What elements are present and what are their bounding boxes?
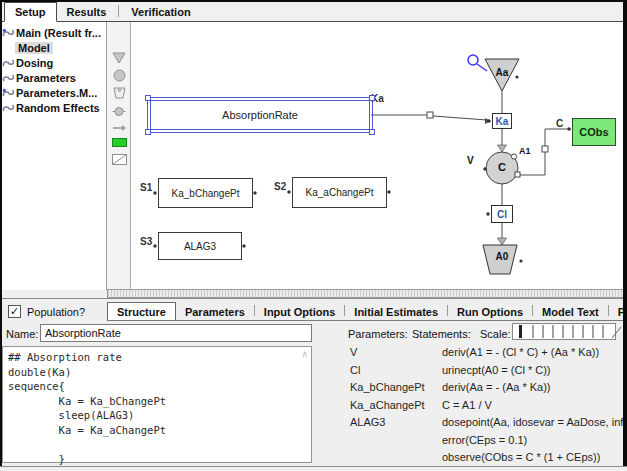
cobs-observation-block[interactable]: CObs [572, 118, 616, 146]
population-label: Population? [27, 306, 85, 318]
mapping-link-icon [2, 102, 15, 114]
sidebar-item-model[interactable]: Model [0, 40, 106, 55]
statement-item: observe(CObs = C * (1 + CEps)) [442, 449, 626, 467]
sidebar-item-parameters[interactable]: Parameters [0, 70, 106, 85]
sidebar-item-label: Dosing [16, 57, 53, 69]
parameters-list: V Cl Ka_bChangePt Ka_aChangePt ALAG3 [350, 344, 440, 467]
parameters-column-label: Parameters: [348, 328, 408, 340]
parameter-item [350, 449, 440, 467]
tab-input-options[interactable]: Input Options [255, 303, 344, 320]
sidebar-item-random-effects[interactable]: Random Effects [0, 100, 106, 115]
structure-code-text: ## Absorption rate double(Ka) sequence{ … [3, 347, 311, 469]
c-port-label: C [556, 118, 563, 129]
tab-separator [118, 5, 119, 17]
absorption-rate-block[interactable]: AbsorptionRate [150, 100, 370, 130]
tab-results[interactable]: Results [57, 3, 117, 21]
frame-edge [0, 466, 627, 471]
s2-port-label: S2 [274, 181, 286, 192]
scale-slider[interactable] [512, 323, 622, 342]
name-label: Name: [6, 328, 38, 340]
tab-setup[interactable]: Setup [4, 2, 57, 22]
aa-label: Aa [492, 67, 512, 78]
c-compartment-label: C [494, 161, 510, 173]
sidebar-item-label: Random Effects [16, 102, 100, 114]
mapping-link-icon [2, 27, 15, 39]
statement-item: urinecpt(A0 = (Cl * C)) [442, 362, 626, 380]
mapping-link-icon [2, 72, 15, 84]
wire-waypoint[interactable] [542, 146, 548, 152]
model-diagram-canvas[interactable]: AbsorptionRate Ka Aa Ka C V A1 C CObs Cl… [131, 22, 625, 290]
ka-box-label: Ka [496, 116, 509, 127]
cl-box-label: Cl [497, 209, 507, 220]
ka-achangept-label: Ka_aChangePt [306, 187, 374, 198]
tab-run-options[interactable]: Run Options [448, 303, 532, 320]
alag3-label: ALAG3 [184, 241, 216, 252]
structure-code-editor[interactable]: ## Absorption rate double(Ka) sequence{ … [2, 346, 312, 463]
scale-label: Scale: [480, 328, 511, 340]
mapping-link-icon [2, 57, 15, 69]
canvas-horizontal-scrollbar[interactable] [107, 289, 625, 298]
ka-bchangept-block[interactable]: Ka_bChangePt [158, 178, 253, 208]
name-input[interactable] [40, 324, 312, 342]
tab-parameters[interactable]: Parameters [176, 303, 254, 320]
s3-port-label: S3 [140, 236, 152, 247]
shape-palette [107, 22, 131, 290]
elimination-tool-icon[interactable] [110, 86, 128, 100]
frame-edge [623, 0, 627, 471]
parameter-item[interactable]: V [350, 344, 440, 362]
ka-parameter-box[interactable]: Ka [492, 113, 512, 129]
v-port-label: V [467, 155, 474, 166]
tab-model-text[interactable]: Model Text [533, 303, 608, 320]
absorption-rate-label: AbsorptionRate [222, 109, 298, 121]
compartment-tool-icon[interactable] [110, 68, 128, 82]
dose-compartment-tool-icon[interactable] [110, 51, 128, 65]
sidebar-item-label: Parameters.M... [16, 87, 97, 99]
observation-tool-icon[interactable] [110, 135, 128, 149]
model-properties-panel: ✓ Population? Structure Parameters Input… [0, 298, 627, 471]
cobs-label: CObs [579, 126, 608, 138]
procedure-tool-icon[interactable] [110, 104, 128, 118]
sidebar-item-label: Parameters [16, 72, 76, 84]
scroll-up-icon[interactable]: ∧ [301, 349, 308, 359]
tab-structure[interactable]: Structure [107, 302, 176, 321]
statements-list: deriv(A1 = - (Cl * C) + (Aa * Ka)) urine… [442, 344, 626, 467]
sidebar-item-label: Main (Result fr... [16, 27, 101, 39]
mapping-link-icon [2, 87, 15, 99]
scale-slider-thumb[interactable] [519, 325, 522, 338]
alag3-block[interactable]: ALAG3 [158, 232, 242, 260]
selection-handle[interactable] [145, 95, 151, 101]
selection-handle[interactable] [369, 129, 375, 135]
selection-handle[interactable] [145, 129, 151, 135]
ka-bchangept-label: Ka_bChangePt [172, 188, 240, 199]
sidebar-item-label: Model [15, 42, 53, 54]
a0-label: A0 [491, 251, 513, 262]
object-tree-sidebar: Main (Result fr... Model Dosing Paramete… [0, 22, 107, 290]
parameter-item [350, 432, 440, 450]
a1-port-label: A1 [519, 146, 531, 156]
app-window: Setup Results Verification Main (Result … [0, 0, 627, 471]
frame-edge [0, 0, 2, 471]
workspace-tab-bar: Setup Results Verification [0, 0, 627, 22]
tab-verification[interactable]: Verification [121, 3, 200, 21]
cl-parameter-box[interactable]: Cl [491, 205, 513, 223]
parameter-item[interactable]: Ka_aChangePt [350, 397, 440, 415]
statement-item: deriv(Aa = - (Aa * Ka)) [442, 379, 626, 397]
dose-pin-icon[interactable] [468, 55, 478, 65]
tab-initial-estimates[interactable]: Initial Estimates [345, 303, 447, 320]
annotation-tool-icon[interactable] [110, 152, 128, 166]
parameter-item[interactable]: Ka_bChangePt [350, 379, 440, 397]
parameter-item[interactable]: Cl [350, 362, 440, 380]
sidebar-item-parameters-m[interactable]: Parameters.M... [0, 85, 106, 100]
statement-item: deriv(A1 = - (Cl * C) + (Aa * Ka)) [442, 344, 626, 362]
s1-port-label: S1 [140, 182, 152, 193]
ka-achangept-block[interactable]: Ka_aChangePt [292, 177, 387, 208]
selection-handle[interactable] [369, 95, 375, 101]
sidebar-item-main[interactable]: Main (Result fr... [0, 25, 106, 40]
frame-edge [0, 0, 627, 2]
statements-column-label: Statements: [412, 328, 471, 340]
population-checkbox[interactable]: ✓ [8, 305, 21, 318]
wire-waypoint[interactable] [427, 112, 433, 118]
sidebar-item-dosing[interactable]: Dosing [0, 55, 106, 70]
parameter-item[interactable]: ALAG3 [350, 414, 440, 432]
flow-arrow-tool-icon[interactable] [110, 121, 128, 135]
